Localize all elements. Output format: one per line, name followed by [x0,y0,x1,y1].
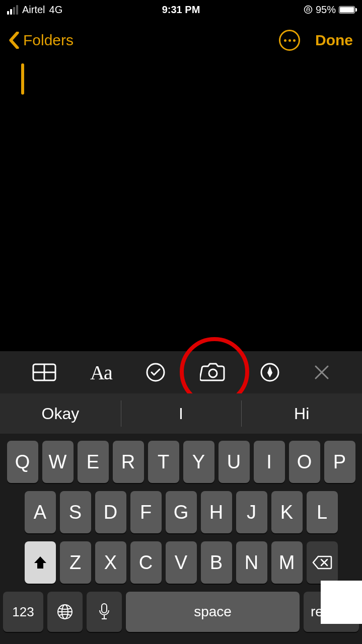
key-q[interactable]: Q [7,441,38,483]
text-format-button[interactable]: Aa [90,361,112,384]
key-v[interactable]: V [166,541,197,584]
more-button[interactable] [279,30,300,51]
key-y[interactable]: Y [183,441,214,483]
battery-percent: 95% [316,4,336,16]
suggestion-1[interactable]: Okay [0,393,121,434]
key-l[interactable]: L [307,491,338,533]
microphone-icon [98,603,110,621]
key-u[interactable]: U [219,441,250,483]
close-icon [314,364,330,380]
globe-icon [56,603,74,620]
key-w[interactable]: W [42,441,74,483]
carrier-label: Airtel [22,4,45,16]
key-globe[interactable] [47,592,83,632]
key-t[interactable]: T [148,441,179,483]
key-o[interactable]: O [289,441,320,483]
key-z[interactable]: Z [60,541,91,584]
key-h[interactable]: H [201,491,232,533]
key-s[interactable]: S [60,491,91,533]
key-i[interactable]: I [254,441,285,483]
network-label: 4G [49,4,63,16]
key-m[interactable]: M [271,541,303,584]
key-a[interactable]: A [25,491,56,533]
camera-button[interactable] [200,362,226,382]
chevron-left-icon [9,32,19,49]
table-button[interactable] [32,363,56,381]
battery-icon [339,6,355,14]
ellipsis-icon [284,39,296,42]
backspace-icon [312,555,332,570]
pen-circle-icon [260,362,280,382]
keyboard: Q W E R T Y U I O P A S D F G H J K L Z … [0,434,362,644]
suggestion-bar: Okay I Hi [0,393,362,434]
note-editor[interactable] [21,63,24,95]
suggestion-2[interactable]: I [121,393,242,434]
key-backspace[interactable] [307,541,338,584]
close-toolbar-button[interactable] [314,364,330,380]
status-bar: Airtel 4G 9:31 PM 95% [0,0,362,19]
svg-point-0 [304,6,312,14]
key-n[interactable]: N [236,541,267,584]
back-button[interactable]: Folders [9,32,74,49]
key-e[interactable]: E [78,441,109,483]
key-x[interactable]: X [95,541,126,584]
key-c[interactable]: C [130,541,162,584]
clock: 9:31 PM [162,4,200,16]
suggestion-3[interactable]: Hi [241,393,362,434]
key-numbers[interactable]: 123 [3,592,43,632]
text-cursor [21,63,24,95]
checklist-button[interactable] [146,362,166,382]
orientation-lock-icon [304,5,313,14]
markup-button[interactable] [260,362,280,382]
back-label: Folders [23,32,74,49]
overlay-patch [321,581,362,624]
svg-point-5 [209,369,217,377]
key-f[interactable]: F [130,491,162,533]
key-b[interactable]: B [201,541,232,584]
svg-rect-10 [102,604,107,613]
key-space[interactable]: space [126,592,300,632]
formatting-toolbar: Aa [0,351,362,393]
camera-icon [200,362,226,382]
key-shift[interactable] [25,541,56,584]
key-j[interactable]: J [236,491,267,533]
checkmark-circle-icon [146,362,166,382]
nav-bar: Folders Done [0,23,362,57]
key-g[interactable]: G [166,491,197,533]
key-k[interactable]: K [271,491,303,533]
key-dictation[interactable] [87,592,122,632]
key-d[interactable]: D [95,491,126,533]
shift-icon [33,555,48,570]
key-p[interactable]: P [324,441,355,483]
key-r[interactable]: R [113,441,144,483]
done-button[interactable]: Done [315,32,353,49]
table-icon [32,363,56,381]
signal-strength-icon [7,5,18,15]
